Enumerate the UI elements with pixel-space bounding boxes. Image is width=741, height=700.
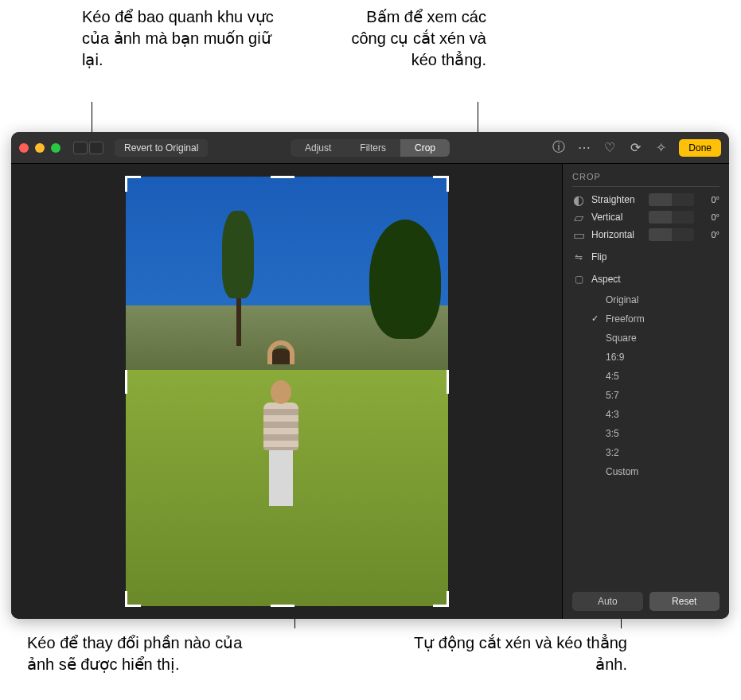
zoom-window-button[interactable]	[51, 143, 60, 153]
aspect-3-2[interactable]: 3:2	[591, 443, 720, 462]
crop-handle-top[interactable]	[271, 176, 294, 178]
aspect-4-3[interactable]: 4:3	[591, 405, 720, 424]
crop-handle-bl[interactable]	[125, 591, 141, 607]
aspect-header[interactable]: ▢ Aspect	[572, 268, 720, 290]
tab-adjust[interactable]: Adjust	[291, 139, 345, 157]
app-window: Revert to Original Adjust Filters Crop ⓘ…	[11, 132, 729, 619]
tool-label: Flip	[591, 251, 606, 262]
photo-preview[interactable]	[126, 177, 448, 606]
crop-sidebar: CROP ◐ Straighten 0° ▱ Vertical 0° ▭ Hor…	[562, 164, 729, 619]
crop-handle-tr[interactable]	[433, 176, 449, 192]
slider-track[interactable]	[649, 193, 694, 206]
panel-title: CROP	[572, 172, 720, 187]
flip-icon: ⇋	[572, 251, 585, 263]
sidebar-toggle-button[interactable]	[73, 142, 88, 154]
favorite-icon[interactable]: ♡	[603, 141, 617, 155]
edit-mode-segmented: Adjust Filters Crop	[291, 139, 450, 157]
vertical-slider[interactable]: ▱ Vertical 0°	[572, 211, 720, 224]
traffic-lights	[19, 143, 60, 153]
slider-track[interactable]	[649, 228, 694, 241]
close-window-button[interactable]	[19, 143, 29, 153]
horizontal-slider[interactable]: ▭ Horizontal 0°	[572, 228, 720, 241]
slider-track[interactable]	[649, 211, 694, 224]
callout-bottom-right: Tự động cắt xén và kéo thẳng ảnh.	[388, 632, 627, 675]
content-area: CROP ◐ Straighten 0° ▱ Vertical 0° ▭ Hor…	[11, 164, 729, 619]
view-toggle	[73, 142, 103, 154]
rotate-icon[interactable]: ⟳	[628, 141, 642, 155]
auto-button[interactable]: Auto	[572, 592, 643, 611]
callout-bottom-left: Kéo để thay đổi phần nào của ảnh sẽ được…	[27, 632, 266, 675]
aspect-custom[interactable]: Custom	[591, 462, 720, 481]
horizontal-perspective-icon: ▭	[572, 228, 585, 241]
crop-handle-left[interactable]	[125, 370, 127, 394]
reset-button[interactable]: Reset	[649, 592, 720, 611]
callout-top-right: Bấm để xem các công cụ cắt xén và kéo th…	[343, 6, 486, 71]
titlebar: Revert to Original Adjust Filters Crop ⓘ…	[11, 132, 729, 164]
straighten-slider[interactable]: ◐ Straighten 0°	[572, 193, 720, 206]
slider-label: Horizontal	[591, 229, 642, 240]
info-icon[interactable]: ⓘ	[552, 141, 566, 155]
auto-enhance-icon[interactable]: ✧	[653, 141, 668, 155]
aspect-16-9[interactable]: 16:9	[591, 348, 720, 367]
minimize-window-button[interactable]	[35, 143, 45, 153]
sidebar-footer: Auto Reset	[572, 584, 720, 611]
tool-label: Aspect	[591, 274, 621, 285]
aspect-5-7[interactable]: 5:7	[591, 386, 720, 405]
crop-handle-br[interactable]	[433, 591, 449, 607]
sidebar-toggle-button[interactable]	[89, 142, 103, 154]
slider-label: Vertical	[591, 212, 642, 223]
tab-filters[interactable]: Filters	[345, 139, 400, 157]
slider-value: 0°	[700, 230, 720, 239]
aspect-square[interactable]: Square	[591, 329, 720, 348]
tab-crop[interactable]: Crop	[400, 139, 450, 157]
slider-label: Straighten	[591, 194, 642, 205]
flip-button[interactable]: ⇋ Flip	[572, 246, 720, 268]
slider-value: 0°	[700, 212, 720, 222]
callout-top-left: Kéo để bao quanh khu vực của ảnh mà bạn …	[82, 6, 281, 71]
aspect-4-5[interactable]: 4:5	[591, 367, 720, 386]
canvas-area	[11, 164, 562, 619]
aspect-icon: ▢	[572, 273, 585, 286]
revert-button[interactable]: Revert to Original	[115, 139, 208, 157]
more-icon[interactable]: ⋯	[577, 141, 591, 155]
straighten-icon: ◐	[572, 193, 585, 206]
aspect-3-5[interactable]: 3:5	[591, 424, 720, 443]
crop-handle-tl[interactable]	[125, 176, 141, 192]
done-button[interactable]: Done	[679, 139, 721, 157]
aspect-freeform[interactable]: Freeform	[591, 309, 720, 329]
crop-handle-right[interactable]	[447, 370, 449, 394]
vertical-perspective-icon: ▱	[572, 211, 585, 224]
crop-handle-bottom[interactable]	[271, 605, 294, 607]
slider-value: 0°	[700, 195, 720, 204]
aspect-list: Original Freeform Square 16:9 4:5 5:7 4:…	[591, 290, 720, 481]
aspect-original[interactable]: Original	[591, 290, 720, 309]
crop-rectangle[interactable]	[126, 177, 448, 606]
